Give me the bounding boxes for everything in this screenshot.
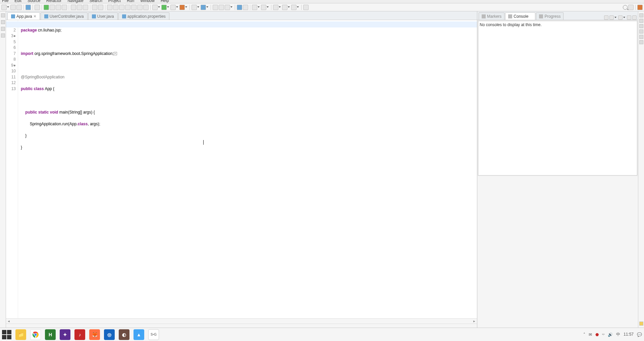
pin-console-button[interactable] (604, 15, 608, 20)
tray-mail-icon[interactable]: ✉ (589, 332, 592, 337)
taskbar-visualstudio[interactable]: ✦ (60, 329, 70, 340)
run-last-button[interactable] (179, 5, 185, 10)
taskbar-chrome[interactable] (30, 329, 41, 340)
tip-icon[interactable] (639, 322, 643, 326)
tab-user-java[interactable]: User.java (88, 12, 118, 20)
last-edit-button[interactable] (291, 5, 297, 10)
taskbar-sqlyog[interactable]: S•G (148, 329, 159, 340)
annotate-dropdown-icon[interactable] (258, 6, 260, 8)
back-history-button[interactable] (273, 5, 278, 10)
restore-view-icon[interactable] (639, 13, 643, 17)
taskbar-file-explorer[interactable]: 📁 (15, 329, 26, 340)
taskbar-hbuilder[interactable]: H (45, 329, 56, 340)
tab-markers[interactable]: Markers (479, 12, 504, 20)
step-over-button[interactable] (77, 5, 82, 10)
disconnect-button[interactable] (62, 5, 67, 10)
tray-wifi-icon[interactable]: ⌔ (602, 332, 604, 337)
coverage-dropdown-icon[interactable] (176, 6, 178, 8)
open-console-dropdown-icon[interactable] (623, 17, 625, 19)
task-list-icon[interactable] (639, 24, 643, 28)
close-icon[interactable] (34, 15, 36, 18)
taskbar-app-blue[interactable]: ◎ (104, 329, 115, 340)
start-button[interactable] (2, 330, 11, 339)
quick-access-search-icon[interactable] (623, 5, 628, 10)
open-type-button[interactable] (143, 5, 149, 10)
start-server-button[interactable] (201, 5, 206, 10)
save-all-button[interactable] (16, 5, 22, 10)
code-area[interactable]: package cn.liuhao.jsp; import org.spring… (18, 20, 477, 318)
step-into-button[interactable] (71, 5, 76, 10)
servers-icon[interactable] (1, 27, 5, 31)
menu-refactor[interactable]: Refactor (46, 0, 62, 3)
new-dropdown-icon[interactable] (7, 6, 9, 8)
new-type-button[interactable] (107, 5, 112, 10)
tray-volume-icon[interactable]: 🔊 (608, 332, 613, 337)
new-annotation-button[interactable] (137, 5, 143, 10)
perspective-debug-button[interactable] (637, 5, 643, 10)
use-step-filters-button[interactable] (98, 5, 103, 10)
menu-file[interactable]: File (1, 0, 9, 3)
minimap-icon[interactable] (639, 29, 643, 33)
build-icon[interactable] (639, 35, 643, 39)
new-dtd-button[interactable] (219, 5, 224, 10)
search-toolbar-button[interactable] (243, 5, 248, 10)
stop-button[interactable] (56, 5, 61, 10)
new-server-dropdown-icon[interactable] (197, 6, 199, 8)
web-browser-button[interactable] (237, 5, 242, 10)
tray-chevron-up-icon[interactable]: ˄ (583, 332, 585, 337)
display-console-dropdown-icon[interactable] (614, 17, 616, 19)
menu-project[interactable]: Project (108, 0, 121, 3)
perspective-java-button[interactable] (628, 5, 634, 10)
new-button[interactable] (1, 5, 7, 10)
prev-edit-dropdown-icon[interactable] (267, 6, 269, 8)
new-interface-button[interactable] (125, 5, 130, 10)
tab-app-java[interactable]: App.java (7, 12, 40, 20)
tab-application-properties[interactable]: application.properties (118, 12, 169, 20)
resume-button[interactable] (44, 5, 49, 10)
run-button[interactable] (161, 5, 167, 10)
previous-edit-button[interactable] (261, 5, 266, 10)
scroll-right-icon[interactable]: ► (472, 320, 477, 323)
menu-run[interactable]: Run (126, 0, 135, 3)
tray-clock[interactable]: 11:57 (624, 332, 634, 337)
taskbar-netease-music[interactable]: ♪ (74, 329, 85, 340)
new-server-button[interactable] (192, 5, 197, 10)
minimize-view-button[interactable] (627, 15, 631, 20)
tray-security-icon[interactable]: ⬣ (595, 332, 599, 337)
back-dropdown-icon[interactable] (279, 6, 281, 8)
run-dropdown-icon[interactable] (167, 6, 169, 8)
pause-button[interactable] (50, 5, 55, 10)
drop-to-frame-button[interactable] (92, 5, 97, 10)
restore-view-icon[interactable] (1, 13, 5, 17)
zoom-button[interactable] (35, 5, 40, 10)
coverage-button[interactable] (170, 5, 176, 10)
package-explorer-icon[interactable] (1, 20, 5, 24)
menu-navigate[interactable]: Navigate (67, 0, 84, 3)
fold-collapsed-icon[interactable]: + (114, 52, 117, 55)
new-package-button[interactable] (113, 5, 118, 10)
run-last-dropdown-icon[interactable] (185, 6, 187, 8)
toggle-button[interactable] (25, 5, 31, 10)
new-class-button[interactable] (119, 5, 124, 10)
templates-icon[interactable] (639, 40, 643, 44)
close-icon[interactable] (530, 15, 532, 18)
start-server-dropdown-icon[interactable] (206, 6, 208, 8)
debug-button[interactable] (152, 5, 158, 10)
display-console-button[interactable] (609, 15, 614, 20)
new-xml-button[interactable] (213, 5, 218, 10)
menu-window[interactable]: Window (140, 0, 155, 3)
tab-usercontroller-java[interactable]: UserController.java (41, 12, 88, 20)
menu-source[interactable]: Source (27, 0, 41, 3)
tray-ime-indicator[interactable]: 中 (616, 332, 620, 337)
debug-dropdown-icon[interactable] (158, 6, 160, 8)
new-enum-button[interactable] (131, 5, 137, 10)
scroll-left-icon[interactable]: ◄ (6, 320, 11, 323)
xsd-dropdown-icon[interactable] (230, 6, 232, 8)
forward-history-button[interactable] (282, 5, 287, 10)
save-button[interactable] (10, 5, 16, 10)
last-edit-dropdown-icon[interactable] (297, 6, 299, 8)
menu-edit[interactable]: Edit (14, 0, 22, 3)
menu-search[interactable]: Search (89, 0, 103, 3)
taskbar-photos[interactable]: ▲ (133, 329, 144, 340)
tray-notifications-icon[interactable]: 💬 (637, 332, 642, 337)
